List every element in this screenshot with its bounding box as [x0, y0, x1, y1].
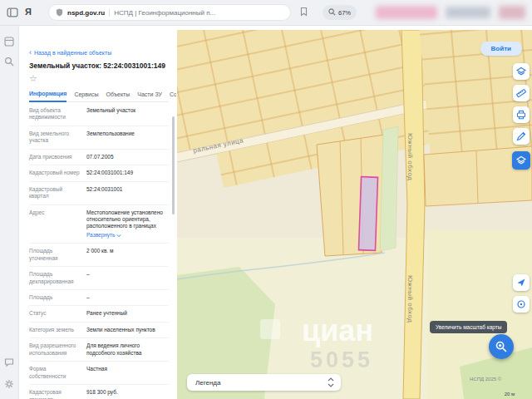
info-value: Землепользование: [86, 131, 169, 145]
info-value: Местоположение установлено относительно …: [86, 209, 169, 230]
info-value: –: [86, 294, 169, 301]
info-value: 07.07.2005: [86, 154, 169, 160]
back-link-label: Назад в найденные объекты: [34, 50, 111, 56]
info-label: Форма собственности: [29, 366, 81, 380]
gear-icon[interactable]: [4, 377, 14, 392]
info-value: 52:24:0031001: [86, 186, 169, 200]
table-row: Кадастровый квартал 52:24:0031001: [29, 182, 169, 205]
browser-toolbar: Я nspd.gov.ru НСПД | Геоинформационный п…: [0, 0, 532, 26]
table-row: Вид земельного участка Землепользование: [29, 126, 169, 150]
table-row: Кадастровая стоимость 918 300 руб.: [29, 385, 169, 399]
page-tab-title: НСПД | Геоинформационный п...: [114, 9, 215, 17]
yandex-logo[interactable]: Я: [25, 7, 32, 17]
chat-icon[interactable]: [4, 356, 14, 371]
favorite-star-icon[interactable]: ☆: [29, 74, 169, 83]
print-button[interactable]: [513, 106, 530, 123]
bookmark-flag-icon[interactable]: [299, 7, 308, 17]
layers-icon: [516, 66, 526, 76]
map-tooltip: Увеличить масштаб карты: [430, 321, 507, 333]
table-row: Площадь –: [29, 290, 169, 306]
chevron-down-icon: [116, 234, 121, 238]
back-link[interactable]: ‹ Назад в найденные объекты: [29, 50, 169, 56]
browser-side-panel: [0, 25, 19, 399]
info-label: Вид земельного участка: [29, 131, 81, 145]
address-divider: [109, 8, 110, 17]
info-label: Дата присвоения: [29, 154, 81, 160]
info-value: 2 000 кв. м: [86, 248, 169, 262]
road-label-bottom: Южный обход: [406, 275, 414, 323]
info-value: Для ведения личного подсобного хозяйства: [86, 342, 169, 357]
blurred-region: [376, 6, 437, 19]
scale-bar: 20 м: [491, 384, 528, 399]
map[interactable]: ральная улица Южный обход Южный обход ци…: [177, 30, 532, 399]
road-label-top: Южный обход: [406, 133, 414, 180]
table-row: Категория земель Земли населенных пункто…: [29, 323, 169, 338]
search-icon[interactable]: [4, 55, 14, 70]
legend-toggle[interactable]: Легенда: [187, 374, 341, 391]
info-label: Площадь декларированная: [29, 271, 81, 285]
page-title: Земельный участок: 52:24:0031001:149: [29, 62, 169, 70]
chevron-up-down-icon: [328, 377, 334, 387]
info-value: Земли населенных пунктов: [86, 327, 169, 333]
info-value: Ранее учтенный: [86, 310, 169, 317]
panel-scrollbar[interactable]: [172, 116, 175, 214]
site-shield-icon: [56, 5, 63, 20]
table-row: Вид объекта недвижимости Земельный участ…: [29, 103, 169, 126]
printer-icon: [516, 110, 526, 120]
info-label: Кадастровый номер: [29, 170, 81, 176]
magnifier-icon: [328, 8, 336, 17]
info-label: Кадастровая стоимость: [29, 389, 81, 399]
layers-button[interactable]: [513, 63, 530, 80]
info-label: Кадастровый квартал: [29, 186, 81, 200]
panels-icon[interactable]: [4, 35, 14, 50]
tab-services[interactable]: Сервисы: [74, 91, 98, 101]
table-row: Кадастровый номер 52:24:0031001:149: [29, 165, 169, 181]
blurred-region: [446, 7, 490, 18]
pencil-icon: [516, 131, 526, 141]
magnifier-plus-icon: [495, 341, 507, 352]
zoom-scale-fab[interactable]: [489, 334, 514, 359]
address-bar[interactable]: nspd.gov.ru НСПД | Геоинформационный п..…: [48, 4, 291, 21]
info-label: Статус: [29, 310, 81, 317]
legend-label: Легенда: [195, 379, 220, 387]
locate-button[interactable]: [513, 274, 530, 291]
selected-parcel[interactable]: [358, 177, 377, 251]
tab-parts[interactable]: Части ЗУ: [137, 91, 162, 101]
chevron-left-icon: ‹: [29, 50, 32, 56]
scale-label: 20 м: [505, 392, 515, 397]
layers-active-icon: [516, 155, 526, 165]
url-text: nspd.gov.ru: [67, 9, 105, 17]
login-button[interactable]: Войти: [480, 42, 522, 56]
tab-objects[interactable]: Объекты: [106, 91, 130, 101]
blurred-region: [499, 6, 525, 19]
info-value: 52:24:0031001:149: [86, 170, 169, 176]
tab-information[interactable]: Информация: [29, 91, 66, 102]
map-canvas[interactable]: ральная улица Южный обход Южный обход ци…: [177, 30, 532, 399]
info-label: Вид разрешенного использования: [29, 342, 81, 357]
info-value: –: [86, 271, 169, 285]
target-icon: [516, 299, 526, 309]
watermark-logo-icon: [260, 319, 280, 339]
info-label: Адрес: [29, 209, 81, 239]
info-value: Частная: [86, 366, 169, 380]
tab-composition[interactable]: Сост...: [170, 91, 176, 101]
table-row: Статус Ранее учтенный: [29, 306, 169, 322]
table-row: Дата присвоения 07.07.2005: [29, 150, 169, 165]
ruler-icon: [516, 88, 526, 98]
zoom-control[interactable]: 67%: [323, 5, 357, 20]
info-value: 918 300 руб.: [86, 389, 169, 399]
info-label: Площадь: [29, 294, 81, 301]
tab-bar: Информация Сервисы Объекты Части ЗУ Сост…: [29, 90, 169, 102]
object-info-panel: ‹ Назад в найденные объекты Земельный уч…: [22, 30, 176, 399]
map-copyright: НСПД 2025 ©: [470, 377, 501, 382]
target-button[interactable]: [513, 296, 530, 313]
draw-button[interactable]: [513, 128, 530, 145]
table-row: Площадь декларированная –: [29, 267, 169, 290]
sidebar-toggle-icon[interactable]: [7, 7, 18, 18]
info-value: Земельный участок: [86, 107, 169, 121]
zoom-level: 67%: [338, 9, 351, 17]
info-table: Вид объекта недвижимости Земельный участ…: [29, 103, 169, 399]
active-tool-button[interactable]: [512, 151, 530, 170]
measure-button[interactable]: [513, 85, 530, 101]
expand-link[interactable]: Развернуть: [86, 232, 121, 239]
